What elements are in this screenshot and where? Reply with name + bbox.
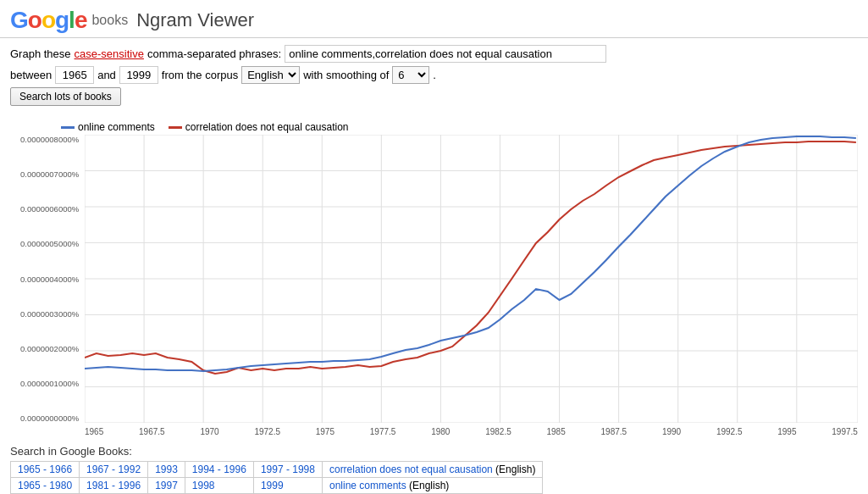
x-label-1985: 1985 bbox=[547, 427, 566, 436]
legend-label-red: correlation does not equal causation bbox=[185, 121, 349, 133]
table-cell: 1998 bbox=[185, 478, 253, 494]
controls-area: Graph these case-sensitive comma-separat… bbox=[0, 38, 868, 116]
with-smoothing-label: with smoothing of bbox=[303, 69, 389, 81]
header: Google books Ngram Viewer bbox=[0, 0, 868, 38]
between-label: between bbox=[10, 69, 52, 81]
link-1981-1996[interactable]: 1981 - 1996 bbox=[86, 480, 141, 491]
table-cell: 1965 - 1966 bbox=[11, 462, 80, 478]
table-cell: online comments (English) bbox=[322, 478, 543, 494]
x-label-1970: 1970 bbox=[200, 427, 218, 436]
y-label-7: 0.0000007000% bbox=[20, 169, 78, 179]
legend-item-blue: online comments bbox=[61, 121, 155, 133]
search-results-section: Search in Google Books: 1965 - 1966 1967… bbox=[10, 445, 858, 494]
table-cell: 1967 - 1992 bbox=[80, 462, 148, 478]
y-label-6: 0.0000006000% bbox=[20, 204, 78, 214]
y-label-5: 0.0000005000% bbox=[20, 239, 78, 248]
logo-l: l bbox=[69, 7, 75, 33]
y-label-2: 0.0000002000% bbox=[20, 344, 78, 353]
link-correlation[interactable]: correlation does not equal causation bbox=[329, 463, 493, 475]
table-cell: 1981 - 1996 bbox=[80, 478, 148, 494]
link-1998[interactable]: 1998 bbox=[192, 480, 215, 491]
link-1997-1998[interactable]: 1997 - 1998 bbox=[261, 463, 315, 475]
y-label-1: 0.0000001000% bbox=[20, 379, 78, 388]
link-1965-1980[interactable]: 1965 - 1980 bbox=[18, 480, 72, 491]
search-row: Search lots of books bbox=[10, 87, 858, 106]
graph-these-label: Graph these bbox=[10, 47, 71, 60]
y-axis: 0.0000008000% 0.0000007000% 0.0000006000… bbox=[20, 135, 81, 423]
chart-wrapper: 0.0000008000% 0.0000007000% 0.0000006000… bbox=[20, 135, 858, 436]
x-label-19875: 1987.5 bbox=[601, 427, 628, 436]
chart-legend: online comments correlation does not equ… bbox=[61, 121, 858, 133]
year-from-input[interactable] bbox=[55, 66, 94, 84]
corpus-select[interactable]: English bbox=[241, 66, 300, 84]
search-results-title: Search in Google Books: bbox=[10, 445, 858, 458]
link-1967-1992[interactable]: 1967 - 1992 bbox=[86, 463, 141, 475]
chart-area: online comments correlation does not equ… bbox=[0, 121, 868, 436]
table-row: 1965 - 1966 1967 - 1992 1993 1994 - 1996… bbox=[11, 462, 543, 478]
y-label-3: 0.0000003000% bbox=[20, 309, 78, 319]
corpus-label-2: (English) bbox=[409, 480, 449, 491]
period-label: . bbox=[433, 69, 436, 81]
x-label-1995: 1995 bbox=[777, 427, 796, 436]
x-label-1990: 1990 bbox=[662, 427, 681, 436]
logo-g: G bbox=[10, 7, 28, 33]
legend-label-blue: online comments bbox=[78, 121, 155, 133]
logo-g2: g bbox=[55, 7, 69, 33]
books-label: books bbox=[91, 13, 128, 28]
from-corpus-label: from the corpus bbox=[162, 69, 238, 81]
table-cell: 1994 - 1996 bbox=[185, 462, 253, 478]
x-axis: 1965 1967.5 1970 1972.5 1975 1977.5 1980… bbox=[85, 425, 858, 436]
table-cell: 1965 - 1980 bbox=[11, 478, 80, 494]
svg-container: 1965 1967.5 1970 1972.5 1975 1977.5 1980… bbox=[85, 135, 858, 436]
logo-o1: o bbox=[28, 7, 41, 33]
x-label-1975: 1975 bbox=[316, 427, 334, 436]
search-button[interactable]: Search lots of books bbox=[10, 87, 121, 106]
phrase-input[interactable] bbox=[285, 45, 606, 63]
case-sensitive-link[interactable]: case-sensitive bbox=[75, 47, 144, 60]
x-label-19675: 1967.5 bbox=[139, 427, 165, 436]
table-cell: correlation does not equal causation (En… bbox=[322, 462, 543, 478]
link-1993[interactable]: 1993 bbox=[155, 463, 178, 475]
corpus-label-1: (English) bbox=[495, 463, 535, 475]
logo-o2: o bbox=[41, 7, 55, 33]
y-label-8: 0.0000008000% bbox=[20, 135, 78, 144]
smoothing-select[interactable]: 6 bbox=[392, 66, 429, 84]
link-online-comments[interactable]: online comments bbox=[329, 480, 406, 491]
blue-line bbox=[85, 136, 856, 371]
x-label-19725: 1972.5 bbox=[254, 427, 280, 436]
table-cell: 1997 - 1998 bbox=[253, 462, 322, 478]
table-cell: 1999 bbox=[253, 478, 322, 494]
options-row: between and from the corpus English with… bbox=[10, 66, 858, 84]
legend-item-red: correlation does not equal causation bbox=[169, 121, 349, 133]
x-label-19925: 1992.5 bbox=[716, 427, 743, 436]
legend-color-red bbox=[169, 126, 182, 129]
and-label: and bbox=[97, 69, 116, 81]
link-1994-1996[interactable]: 1994 - 1996 bbox=[192, 463, 246, 475]
red-line bbox=[85, 142, 856, 374]
y-label-0: 0.0000000000% bbox=[20, 414, 78, 423]
x-label-19825: 1982.5 bbox=[485, 427, 511, 436]
x-label-19775: 1977.5 bbox=[370, 427, 396, 436]
y-label-4: 0.0000004000% bbox=[20, 275, 78, 284]
comma-separated-label: comma-separated phrases: bbox=[147, 47, 281, 60]
link-1997[interactable]: 1997 bbox=[155, 480, 178, 491]
link-1999[interactable]: 1999 bbox=[261, 480, 284, 491]
x-label-1980: 1980 bbox=[431, 427, 450, 436]
x-label-1965: 1965 bbox=[85, 427, 103, 436]
search-results-table: 1965 - 1966 1967 - 1992 1993 1994 - 1996… bbox=[10, 461, 543, 494]
link-1965-1966[interactable]: 1965 - 1966 bbox=[18, 463, 72, 475]
legend-color-blue bbox=[61, 126, 75, 129]
ngram-viewer-title: Ngram Viewer bbox=[136, 9, 254, 31]
x-label-19975: 1997.5 bbox=[832, 427, 858, 436]
table-cell: 1993 bbox=[148, 462, 185, 478]
chart-svg bbox=[85, 135, 858, 423]
google-logo: Google bbox=[10, 7, 86, 34]
table-row: 1965 - 1980 1981 - 1996 1997 1998 1999 o… bbox=[11, 478, 543, 494]
phrase-row: Graph these case-sensitive comma-separat… bbox=[10, 45, 858, 63]
year-to-input[interactable] bbox=[119, 66, 158, 84]
table-cell: 1997 bbox=[148, 478, 185, 494]
logo-e: e bbox=[75, 7, 87, 33]
